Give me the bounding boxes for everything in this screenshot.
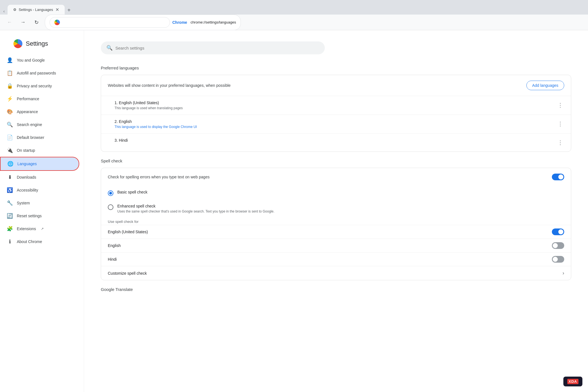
spell-lang-toggle-1[interactable] bbox=[552, 228, 564, 235]
chevron-right-icon: › bbox=[563, 270, 564, 276]
sidebar-item-accessibility[interactable]: ♿ Accessibility bbox=[0, 184, 79, 197]
language-info-3: 3. Hindi bbox=[115, 138, 128, 143]
main-content: 🔍 Preferred languages Websites will show… bbox=[84, 30, 588, 392]
sidebar-label-system: System bbox=[17, 201, 30, 205]
chrome-settings-logo bbox=[13, 39, 22, 48]
preferred-languages-title: Preferred languages bbox=[101, 66, 571, 70]
lang-number-3: 3. bbox=[115, 138, 118, 143]
lang-label-2: English bbox=[119, 119, 132, 124]
google-translate-title: Google Translate bbox=[101, 287, 571, 292]
language-info-1: 1. English (United States) This language… bbox=[115, 101, 183, 110]
sidebar-item-languages[interactable]: 🌐 Languages bbox=[0, 157, 79, 171]
forward-button[interactable]: → bbox=[18, 17, 28, 27]
preferred-languages-header-text: Websites will show content in your prefe… bbox=[108, 83, 526, 88]
spell-lang-name-1: English (United States) bbox=[108, 230, 148, 234]
default-browser-icon: 📄 bbox=[7, 134, 13, 141]
sidebar-label-default-browser: Default browser bbox=[17, 135, 44, 140]
lang-label-1: English (United States) bbox=[119, 101, 159, 105]
appearance-icon: 🎨 bbox=[7, 109, 13, 115]
language-item-3: 3. Hindi ⋮ bbox=[101, 133, 571, 151]
sidebar-item-you-google[interactable]: 👤 You and Google bbox=[0, 54, 79, 67]
sidebar-item-autofill[interactable]: 📋 Autofill and passwords bbox=[0, 67, 79, 80]
enhanced-spell-check-info: Enhanced spell check Uses the same spell… bbox=[117, 204, 274, 213]
language-desc-1: This language is used when translating p… bbox=[115, 106, 183, 110]
reset-icon: 🔄 bbox=[7, 213, 13, 219]
sidebar-title: Settings bbox=[0, 36, 84, 54]
external-link-icon: ↗ bbox=[41, 227, 44, 231]
sidebar-label-search-engine: Search engine bbox=[17, 122, 42, 127]
accessibility-icon: ♿ bbox=[7, 187, 13, 193]
extensions-icon: 🧩 bbox=[7, 226, 13, 232]
sidebar-item-performance[interactable]: ⚡ Performance bbox=[0, 92, 79, 105]
basic-spell-check-radio[interactable] bbox=[108, 190, 113, 196]
sidebar-label-extensions: Extensions bbox=[17, 227, 36, 231]
language-name-2: 2. English bbox=[115, 119, 197, 124]
sidebar-label-accessibility: Accessibility bbox=[17, 188, 38, 192]
sidebar-label-you-google: You and Google bbox=[17, 58, 45, 62]
language-menu-button-2[interactable]: ⋮ bbox=[556, 119, 564, 128]
search-input[interactable] bbox=[115, 46, 319, 50]
url-text: chrome://settings/languages bbox=[190, 20, 236, 24]
sidebar-item-privacy[interactable]: 🔒 Privacy and security bbox=[0, 80, 79, 92]
sidebar-item-extensions[interactable]: 🧩 Extensions ↗ bbox=[0, 222, 79, 235]
tab-close-button[interactable]: ✕ bbox=[55, 7, 59, 12]
sidebar-label-autofill: Autofill and passwords bbox=[17, 71, 56, 75]
settings-heading: Settings bbox=[26, 40, 48, 47]
sidebar-label-appearance: Appearance bbox=[17, 109, 38, 114]
sidebar-item-appearance[interactable]: 🎨 Appearance bbox=[0, 105, 79, 118]
search-bar-container[interactable]: 🔍 bbox=[101, 41, 325, 54]
basic-spell-check-info: Basic spell check bbox=[117, 190, 147, 194]
system-icon: 🔧 bbox=[7, 200, 13, 206]
spell-lang-name-2: English bbox=[108, 243, 121, 248]
brand-label: Chrome bbox=[172, 20, 187, 25]
enhanced-spell-check-radio[interactable] bbox=[108, 204, 113, 210]
language-name-3: 3. Hindi bbox=[115, 138, 128, 143]
tab-title: Settings - Languages bbox=[19, 8, 53, 12]
sidebar-label-on-startup: On startup bbox=[17, 148, 35, 153]
spell-check-main-toggle[interactable] bbox=[552, 174, 564, 180]
performance-icon: ⚡ bbox=[7, 96, 13, 102]
downloads-icon: ⬇ bbox=[7, 174, 13, 180]
search-icon: 🔍 bbox=[106, 45, 113, 51]
xda-watermark: XDA bbox=[563, 377, 582, 386]
sidebar-item-about-chrome[interactable]: ℹ About Chrome bbox=[0, 235, 79, 248]
language-menu-button-1[interactable]: ⋮ bbox=[556, 101, 564, 109]
sidebar-item-search-engine[interactable]: 🔍 Search engine bbox=[0, 118, 79, 131]
language-item-2: 2. English This language is used to disp… bbox=[101, 115, 571, 133]
active-tab[interactable]: ⚙ Settings - Languages ✕ bbox=[8, 5, 65, 15]
back-button[interactable]: ← bbox=[4, 17, 15, 27]
xda-box: XDA bbox=[567, 379, 578, 384]
tab-scroll-prev[interactable]: ‹ bbox=[2, 8, 6, 15]
language-desc-2: This language is used to display the Goo… bbox=[115, 125, 197, 129]
address-bar[interactable]: Chrome chrome://settings/languages bbox=[45, 15, 241, 30]
customize-spell-check-row[interactable]: Customize spell check › bbox=[101, 266, 571, 280]
new-tab-button[interactable]: + bbox=[65, 6, 73, 15]
sidebar-label-about: About Chrome bbox=[17, 239, 42, 244]
use-spell-check-for-label: Use spell check for bbox=[101, 217, 571, 225]
sidebar-item-default-browser[interactable]: 📄 Default browser bbox=[0, 131, 79, 144]
sidebar-label-languages: Languages bbox=[17, 162, 37, 166]
spell-lang-row-3: Hindi bbox=[101, 252, 571, 266]
privacy-icon: 🔒 bbox=[7, 83, 13, 89]
language-menu-button-3[interactable]: ⋮ bbox=[556, 138, 564, 147]
sidebar-item-reset[interactable]: 🔄 Reset settings bbox=[0, 209, 79, 222]
sidebar-item-system[interactable]: 🔧 System bbox=[0, 197, 79, 209]
languages-icon: 🌐 bbox=[7, 161, 13, 167]
sidebar-item-on-startup[interactable]: 🔌 On startup bbox=[0, 144, 79, 157]
customize-spell-check-label: Customize spell check bbox=[108, 271, 147, 276]
sidebar-item-downloads[interactable]: ⬇ Downloads bbox=[0, 171, 79, 184]
spell-lang-toggle-2[interactable] bbox=[552, 242, 564, 249]
spell-lang-toggle-3[interactable] bbox=[552, 256, 564, 263]
spell-lang-row-1: English (United States) bbox=[101, 225, 571, 239]
about-icon: ℹ bbox=[7, 239, 13, 245]
preferred-languages-header: Websites will show content in your prefe… bbox=[101, 75, 571, 96]
sidebar-label-downloads: Downloads bbox=[17, 175, 36, 179]
toolbar: ← → ↻ Chrome chrome://settings/languages bbox=[0, 15, 588, 30]
language-info-2: 2. English This language is used to disp… bbox=[115, 119, 197, 129]
autofill-icon: 📋 bbox=[7, 70, 13, 76]
lang-number-2: 2. bbox=[115, 119, 118, 124]
browser-content: Settings 👤 You and Google 📋 Autofill and… bbox=[0, 30, 588, 392]
add-languages-button[interactable]: Add languages bbox=[526, 81, 564, 90]
reload-button[interactable]: ↻ bbox=[31, 17, 41, 27]
spell-check-card: Check for spelling errors when you type … bbox=[101, 168, 571, 280]
